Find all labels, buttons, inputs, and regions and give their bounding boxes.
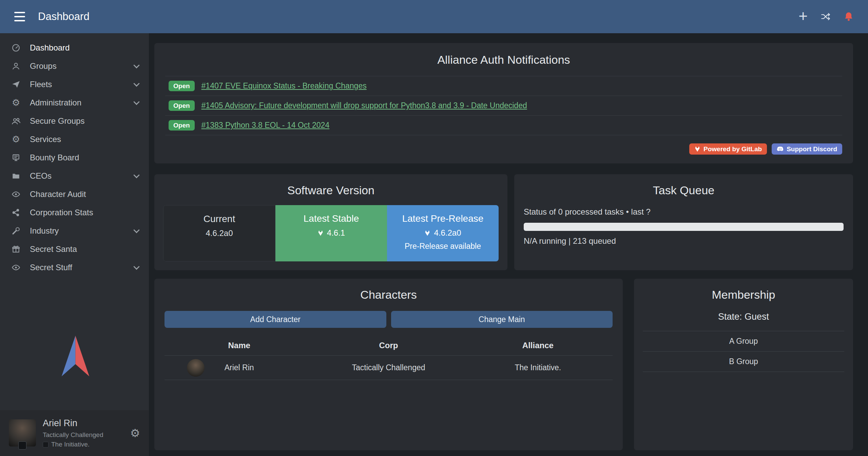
status-badge: Open bbox=[169, 120, 195, 131]
notification-link[interactable]: #1383 Python 3.8 EOL - 14 Oct 2024 bbox=[201, 121, 330, 130]
notification-row: Open #1383 Python 3.8 EOL - 14 Oct 2024 bbox=[165, 115, 842, 135]
sidebar-item-dashboard[interactable]: Dashboard bbox=[0, 39, 149, 57]
sidebar: Dashboard Groups Fleets ⚙ Administration bbox=[0, 33, 149, 456]
sidebar-item-label: Secure Groups bbox=[30, 116, 84, 126]
sidebar-item-label: CEOs bbox=[30, 171, 52, 181]
sidebar-item-bounty-board[interactable]: Bounty Board bbox=[0, 148, 149, 167]
sidebar-item-label: Fleets bbox=[30, 80, 52, 89]
sidebar-item-label: Corporation Stats bbox=[30, 208, 93, 217]
jet-icon bbox=[10, 80, 22, 89]
latest-stable-box: Latest Stable 4.6.1 bbox=[275, 205, 387, 261]
user-name: Ariel Rin bbox=[43, 418, 103, 429]
sidebar-item-secret-stuff[interactable]: Secret Stuff bbox=[0, 258, 149, 277]
notifications-bell-icon[interactable] bbox=[844, 11, 854, 22]
gears-icon: ⚙ bbox=[10, 98, 22, 107]
sidebar-item-label: Secret Stuff bbox=[30, 263, 72, 272]
user-icon bbox=[10, 62, 22, 71]
chevron-down-icon bbox=[133, 62, 139, 68]
sidebar-item-services[interactable]: ⚙ Services bbox=[0, 130, 149, 148]
settings-gear-icon[interactable]: ⚙ bbox=[130, 427, 140, 440]
membership-title: Membership bbox=[643, 288, 844, 301]
sidebar-item-label: Groups bbox=[30, 61, 57, 71]
gitlab-icon bbox=[424, 230, 430, 236]
sidebar-item-label: Administration bbox=[30, 98, 81, 107]
user-corp: Tactically Challenged bbox=[43, 431, 103, 439]
software-version-panel: Software Version Current 4.6.2a0 Latest … bbox=[154, 174, 507, 270]
user-alliance: The Initiative. bbox=[51, 440, 90, 449]
column-header-corp: Corp bbox=[314, 335, 463, 356]
gauge-icon bbox=[10, 43, 22, 52]
sidebar-item-industry[interactable]: Industry bbox=[0, 222, 149, 240]
characters-table: Name Corp Alliance Ariel Rin Tactically … bbox=[165, 335, 613, 380]
sidebar-item-fleets[interactable]: Fleets bbox=[0, 75, 149, 94]
notification-row: Open #1407 EVE Equinox Status - Breaking… bbox=[165, 76, 842, 96]
character-corp: Tactically Challenged bbox=[314, 356, 463, 380]
add-character-button[interactable]: Add Character bbox=[165, 311, 386, 328]
membership-panel: Membership State: Guest A Group B Group bbox=[634, 279, 853, 450]
column-header-alliance: Alliance bbox=[463, 335, 613, 356]
characters-title: Characters bbox=[165, 288, 613, 301]
gitlab-icon bbox=[317, 230, 324, 236]
share-icon bbox=[10, 208, 22, 217]
notification-link[interactable]: #1407 EVE Equinox Status - Breaking Chan… bbox=[201, 81, 367, 91]
folder-icon bbox=[10, 172, 22, 180]
status-badge: Open bbox=[169, 81, 195, 91]
shuffle-icon[interactable] bbox=[820, 12, 831, 21]
alliance-logo-icon bbox=[43, 442, 49, 448]
task-queue-status: Status of 0 processed tasks • last ? bbox=[524, 207, 844, 217]
task-queue-progressbar bbox=[524, 223, 844, 231]
task-queue-title: Task Queue bbox=[524, 184, 844, 197]
alliance-auth-logo bbox=[0, 334, 149, 410]
eye-icon bbox=[10, 190, 22, 199]
task-queue-counts: N/A running | 213 queued bbox=[524, 236, 844, 246]
chevron-down-icon bbox=[133, 227, 139, 233]
add-icon[interactable]: + bbox=[798, 8, 808, 24]
change-main-button[interactable]: Change Main bbox=[391, 311, 613, 328]
character-alliance: The Initiative. bbox=[463, 356, 613, 380]
task-queue-panel: Task Queue Status of 0 processed tasks •… bbox=[514, 174, 853, 270]
wrench-icon bbox=[10, 226, 22, 235]
top-navbar: Dashboard + bbox=[0, 0, 868, 33]
chevron-down-icon bbox=[133, 263, 139, 270]
sidebar-item-administration[interactable]: ⚙ Administration bbox=[0, 94, 149, 112]
sidebar-item-secret-santa[interactable]: Secret Santa bbox=[0, 240, 149, 258]
column-header-name: Name bbox=[165, 335, 314, 356]
chevron-down-icon bbox=[133, 99, 139, 105]
chevron-down-icon bbox=[133, 80, 139, 86]
menu-toggle-icon[interactable] bbox=[14, 12, 25, 21]
sidebar-item-label: Secret Santa bbox=[30, 244, 77, 254]
membership-state: State: Guest bbox=[643, 312, 844, 322]
sidebar-item-label: Dashboard bbox=[30, 43, 70, 53]
sidebar-item-ceos[interactable]: CEOs bbox=[0, 167, 149, 185]
sidebar-item-corporation-stats[interactable]: Corporation Stats bbox=[0, 203, 149, 222]
board-icon bbox=[10, 153, 22, 162]
sidebar-item-label: Bounty Board bbox=[30, 153, 79, 162]
user-card: Ariel Rin Tactically Challenged The Init… bbox=[0, 410, 149, 456]
gift-icon bbox=[10, 245, 22, 254]
sidebar-item-label: Character Audit bbox=[30, 190, 86, 199]
sidebar-item-secure-groups[interactable]: Secure Groups bbox=[0, 112, 149, 130]
sidebar-item-label: Services bbox=[30, 135, 61, 144]
discord-badge[interactable]: Support Discord bbox=[772, 143, 842, 155]
list-item: A Group bbox=[643, 331, 844, 351]
characters-panel: Characters Add Character Change Main Nam… bbox=[154, 279, 623, 450]
notifications-title: Alliance Auth Notifications bbox=[165, 53, 842, 66]
character-portrait bbox=[187, 359, 205, 377]
current-version-box: Current 4.6.2a0 bbox=[163, 205, 275, 261]
notification-link[interactable]: #1405 Advisory: Future development will … bbox=[201, 101, 527, 110]
sidebar-item-character-audit[interactable]: Character Audit bbox=[0, 185, 149, 203]
sidebar-item-groups[interactable]: Groups bbox=[0, 57, 149, 75]
chevron-down-icon bbox=[133, 172, 139, 178]
status-badge: Open bbox=[169, 100, 195, 111]
cogs-icon: ⚙ bbox=[10, 135, 22, 144]
gitlab-icon bbox=[694, 146, 700, 152]
main-content: Alliance Auth Notifications Open #1407 E… bbox=[149, 33, 868, 456]
gitlab-badge[interactable]: Powered by GitLab bbox=[689, 143, 767, 155]
sidebar-item-label: Industry bbox=[30, 226, 59, 236]
latest-prerelease-box: Latest Pre-Release 4.6.2a0 Pre-Release a… bbox=[387, 205, 499, 261]
character-name: Ariel Rin bbox=[225, 363, 254, 372]
notification-row: Open #1405 Advisory: Future development … bbox=[165, 96, 842, 115]
page-title: Dashboard bbox=[38, 11, 90, 23]
software-version-title: Software Version bbox=[163, 184, 499, 197]
table-row: Ariel Rin Tactically Challenged The Init… bbox=[165, 356, 613, 380]
